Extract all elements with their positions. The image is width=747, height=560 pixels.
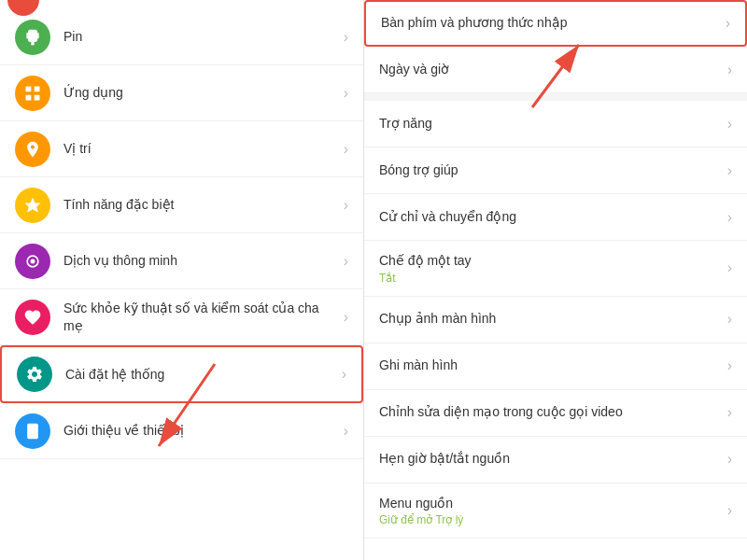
- vi-tri-icon: [15, 132, 50, 167]
- ngay-gio-chevron: ›: [727, 62, 732, 78]
- hen-gio-content: Hẹn giờ bật/tắt nguồn: [379, 450, 727, 469]
- suc-khoe-icon: [15, 300, 50, 335]
- ghi-man-hinh-label: Ghi màn hình: [379, 357, 727, 375]
- che-do-label: Chế độ một tay: [379, 252, 727, 271]
- svg-rect-7: [35, 94, 40, 100]
- svg-rect-5: [35, 86, 40, 91]
- ban-phim-label: Bàn phím và phương thức nhập: [381, 14, 726, 33]
- right-item-ghi-man-hinh[interactable]: Ghi màn hình›: [364, 343, 747, 390]
- svg-point-9: [31, 259, 35, 263]
- ban-phim-content: Bàn phím và phương thức nhập: [381, 14, 726, 33]
- suc-khoe-label: Sức khỏe kỹ thuật số và kiểm soát của ch…: [63, 300, 336, 333]
- gioi-thieu-chevron: ›: [344, 423, 348, 440]
- menu-nguon-label: Menu nguồn: [379, 495, 727, 513]
- vi-tri-label: Vị trí: [63, 140, 336, 157]
- right-item-ngay-gio[interactable]: Ngày và giờ›: [364, 47, 747, 93]
- cai-dat-chevron: ›: [342, 366, 346, 383]
- dich-vu-label: Dịch vụ thông minh: [63, 252, 336, 269]
- chinh-sua-content: Chỉnh sửa diện mạo trong cuộc gọi video: [379, 403, 727, 422]
- left-item-gioi-thieu[interactable]: Giới thiệu về thiết bị›: [0, 403, 363, 459]
- svg-rect-4: [26, 86, 32, 91]
- svg-rect-3: [37, 33, 39, 39]
- left-item-cai-dat[interactable]: Cài đặt hệ thống›: [0, 345, 363, 403]
- chinh-sua-chevron: ›: [727, 404, 732, 421]
- menu-nguon-content: Menu nguồnGiữ để mở Trợ lý: [379, 495, 727, 527]
- pin-label: Pin: [63, 28, 336, 45]
- menu-nguon-chevron: ›: [727, 502, 732, 519]
- tro-nang-content: Trợ năng: [379, 115, 727, 133]
- pin-icon: [15, 20, 50, 55]
- svg-rect-1: [31, 42, 34, 45]
- svg-rect-6: [26, 94, 32, 100]
- left-item-tinh-nang[interactable]: Tính năng đặc biệt›: [0, 177, 363, 233]
- svg-marker-8: [25, 197, 41, 212]
- svg-rect-2: [26, 33, 28, 39]
- right-panel: Bàn phím và phương thức nhập›Ngày và giờ…: [364, 0, 747, 560]
- ngay-gio-content: Ngày và giờ: [379, 61, 727, 79]
- ngay-gio-label: Ngày và giờ: [379, 61, 727, 79]
- ung-dung-icon: [15, 76, 50, 111]
- menu-nguon-sublabel: Giữ để mở Trợ lý: [379, 513, 727, 526]
- left-panel: Pin›Ứng dụng›Vị trí›Tính năng đặc biệt›D…: [0, 0, 364, 560]
- ban-phim-chevron: ›: [726, 15, 730, 32]
- left-item-vi-tri[interactable]: Vị trí›: [0, 121, 363, 177]
- right-item-hen-gio[interactable]: Hẹn giờ bật/tắt nguồn›: [364, 437, 747, 483]
- chup-anh-label: Chụp ảnh màn hình: [379, 310, 727, 329]
- ung-dung-chevron: ›: [344, 85, 348, 102]
- right-item-bong-tro-giup[interactable]: Bóng trợ giúp›: [364, 147, 747, 194]
- dich-vu-chevron: ›: [344, 253, 348, 270]
- right-item-ban-phim[interactable]: Bàn phím và phương thức nhập›: [364, 0, 747, 47]
- suc-khoe-chevron: ›: [344, 309, 348, 326]
- dich-vu-icon: [15, 244, 50, 279]
- cai-dat-label: Cài đặt hệ thống: [65, 366, 334, 383]
- vi-tri-chevron: ›: [344, 141, 348, 158]
- svg-point-12: [32, 434, 35, 437]
- left-item-suc-khoe[interactable]: Sức khỏe kỹ thuật số và kiểm soát của ch…: [0, 289, 363, 345]
- cu-chi-content: Cử chỉ và chuyển động: [379, 208, 727, 227]
- cu-chi-chevron: ›: [727, 209, 732, 226]
- left-item-pin[interactable]: Pin›: [0, 9, 363, 65]
- left-menu: Pin›Ứng dụng›Vị trí›Tính năng đặc biệt›D…: [0, 9, 363, 459]
- chinh-sua-label: Chỉnh sửa diện mạo trong cuộc gọi video: [379, 403, 727, 422]
- pin-chevron: ›: [344, 29, 348, 46]
- tinh-nang-icon: [15, 188, 50, 223]
- svg-rect-0: [28, 29, 37, 41]
- right-menu: Bàn phím và phương thức nhập›Ngày và giờ…: [364, 0, 747, 539]
- bong-tro-giup-content: Bóng trợ giúp: [379, 161, 727, 180]
- hen-gio-chevron: ›: [727, 451, 732, 468]
- left-item-dich-vu[interactable]: Dịch vụ thông minh›: [0, 233, 363, 289]
- che-do-content: Chế độ một tayTắt: [379, 252, 727, 285]
- gioi-thieu-label: Giới thiệu về thiết bị: [63, 422, 336, 439]
- cai-dat-icon: [17, 357, 52, 392]
- chup-anh-chevron: ›: [727, 311, 732, 328]
- left-item-ung-dung[interactable]: Ứng dụng›: [0, 65, 363, 121]
- right-item-chinh-sua[interactable]: Chỉnh sửa diện mạo trong cuộc gọi video›: [364, 390, 747, 437]
- right-item-cu-chi[interactable]: Cử chỉ và chuyển động›: [364, 194, 747, 241]
- right-item-menu-nguon[interactable]: Menu nguồnGiữ để mở Trợ lý›: [364, 483, 747, 539]
- ung-dung-label: Ứng dụng: [63, 84, 336, 101]
- tro-nang-label: Trợ năng: [379, 115, 727, 133]
- hen-gio-label: Hẹn giờ bật/tắt nguồn: [379, 450, 727, 469]
- ghi-man-hinh-content: Ghi màn hình: [379, 357, 727, 375]
- cu-chi-label: Cử chỉ và chuyển động: [379, 208, 727, 227]
- bong-tro-giup-label: Bóng trợ giúp: [379, 161, 727, 180]
- che-do-chevron: ›: [727, 259, 732, 276]
- right-item-che-do[interactable]: Chế độ một tayTắt›: [364, 241, 747, 297]
- ghi-man-hinh-chevron: ›: [727, 357, 732, 374]
- tro-nang-chevron: ›: [727, 116, 732, 133]
- right-item-tro-nang[interactable]: Trợ năng›: [364, 101, 747, 147]
- gioi-thieu-icon: [15, 413, 50, 449]
- bong-tro-giup-chevron: ›: [727, 162, 732, 179]
- chup-anh-content: Chụp ảnh màn hình: [379, 310, 727, 329]
- che-do-sublabel: Tắt: [379, 272, 727, 285]
- tinh-nang-label: Tính năng đặc biệt: [63, 196, 336, 213]
- right-item-chup-anh[interactable]: Chụp ảnh màn hình›: [364, 297, 747, 343]
- tinh-nang-chevron: ›: [344, 197, 348, 214]
- spacer: [364, 93, 747, 101]
